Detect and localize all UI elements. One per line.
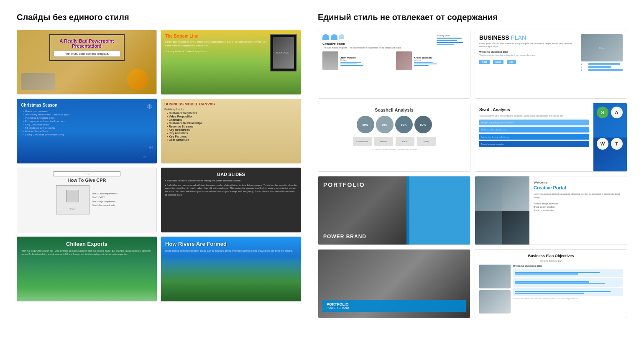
portfolio2-title: PORTFOLIO xyxy=(327,302,462,306)
bad-slides-item: Bad slides use fonts that are so tiny, m… xyxy=(165,179,297,183)
swot-t: T xyxy=(611,138,623,150)
bad-slides-item: Bad slides are over-crowded with text. A… xyxy=(165,184,297,197)
christmas-item: Opening of presents xyxy=(21,110,153,112)
slide-swot[interactable]: Swot : Analysis The slide shows what the… xyxy=(475,103,627,172)
bmc-item: Channels xyxy=(164,118,298,121)
bmc-item: Value Proposition xyxy=(164,115,298,118)
working-skills-label: Working Skills xyxy=(437,34,466,37)
pro-slides-grid: Creative Team The team makes it happen. … xyxy=(318,30,627,318)
bad-slides-grid: A Really Bad Powerpoint Presentation! Fi… xyxy=(17,30,301,301)
christmas-item: Decorating houses with Christmas lights xyxy=(21,113,153,116)
slide-fortune[interactable]: The Bottom Line Lorem ipsum dolor sit am… xyxy=(161,30,301,94)
slide-christmas[interactable]: Christmas Season Opening of presents Dec… xyxy=(17,99,157,163)
fortune-title: The Bottom Line xyxy=(165,34,266,38)
christmas-item: Sing Christmas carols xyxy=(21,123,153,126)
swot-a: A xyxy=(611,107,623,118)
business-plan-title: BUSINESS PLAN xyxy=(479,34,578,41)
portfolio1-title: PORTFOLIO xyxy=(323,181,465,188)
creative-team-title: Creative Team xyxy=(322,42,401,46)
sa-circle-1: 50% xyxy=(357,116,374,133)
christmas-item: Wait for Santa Claus xyxy=(21,130,153,133)
bpo-title: Business Plan Objectives xyxy=(479,254,623,258)
fortune-starring: Starring Ashton Kutcher & Amy Smart xyxy=(165,50,266,53)
slide-bmc[interactable]: BUSINESS MODEL CANVAS Building Blocks Cu… xyxy=(161,99,301,163)
sa-label-3: Picture xyxy=(396,137,414,146)
portfolio1-brand: POWER BRAND xyxy=(323,234,465,240)
sa-label-2: Research xyxy=(374,137,393,146)
slide-cpr[interactable]: △ △ △ How To Give CPR Diagram Step 1: Ch… xyxy=(17,168,157,232)
slide-chilean-exports[interactable]: Chilean Exports Fresh fruit leads Chile'… xyxy=(17,237,157,301)
rivers-title: How Rivers Are Formed xyxy=(165,241,297,247)
bmc-subtitle: Building Blocks xyxy=(164,108,298,111)
slide-creative-team[interactable]: Creative Team The team makes it happen. … xyxy=(318,30,470,99)
bad-ppt-title: A Really Bad Powerpoint Presentation! xyxy=(54,38,120,48)
slide-business-plan[interactable]: BUSINESS PLAN Lorem ipsum dolor sit amet… xyxy=(475,30,627,99)
fortune-text: Lorem ipsum dolor sit amet, consectetur … xyxy=(165,40,266,48)
bmc-item: Key Resources xyxy=(164,128,298,131)
business-plan-subtitle: Welcome Business plan xyxy=(479,51,578,53)
slide-seashell[interactable]: Seashell Analysis 50% 50% 50% 50% Commun… xyxy=(318,103,470,172)
slide-bpo[interactable]: Business Plan Objectives Welcome Busines… xyxy=(475,249,627,318)
slide-bad-ppt[interactable]: A Really Bad Powerpoint Presentation! Fi… xyxy=(17,30,157,94)
slide-rivers[interactable]: How Rivers Are Formed Rivers begin at th… xyxy=(161,237,301,301)
bmc-item: Key Activities xyxy=(164,132,298,135)
cpr-diagram-box: Diagram xyxy=(56,185,89,214)
bmc-item: Revenue Streams xyxy=(164,125,298,128)
swot-title: Swot : Analysis xyxy=(479,107,589,112)
right-section-title: Единый стиль не отвлекает от содержания xyxy=(318,13,627,22)
bad-ppt-subtitle: First of all, don't use this template. xyxy=(54,51,120,57)
portfolio2-brand: POWER BRAND xyxy=(327,306,462,309)
cpr-title: How To Give CPR xyxy=(67,178,106,183)
bmc-item: Cost Structure xyxy=(164,138,298,141)
bmc-item: Key Partners xyxy=(164,135,298,138)
christmas-title: Christmas Season xyxy=(21,103,153,107)
creative-portal-welcome: Welcome xyxy=(534,181,623,184)
sa-circle-3: 50% xyxy=(395,116,413,133)
bmc-item: Customer Relationships xyxy=(164,122,298,125)
bmc-item: Customer Segments xyxy=(164,112,298,115)
christmas-item: Putting up Christmas trees xyxy=(21,117,153,119)
slide-portfolio1[interactable]: PORTFOLIO POWER BRAND xyxy=(318,176,470,245)
creative-portal-subtitle: Creative Portal xyxy=(534,185,623,190)
christmas-item: Eating Christmas dinner with family xyxy=(21,133,153,136)
sa-label-1: Communication xyxy=(353,137,372,146)
christmas-item: Putting up wreaths on the front door xyxy=(21,120,153,122)
bmc-title: BUSINESS MODEL CANVAS xyxy=(164,102,298,106)
slide-bad-slides[interactable]: BAD SLIDES Bad slides use fonts that are… xyxy=(161,168,301,232)
swot-w: W xyxy=(597,138,608,150)
chilean-exports-text: Fresh fruit leads Chile's export mix - C… xyxy=(21,250,153,256)
sa-circle-4: 50% xyxy=(414,116,432,133)
rivers-text: Rivers begin at their source in higher g… xyxy=(165,250,297,253)
left-section-title: Слайды без единого стиля xyxy=(17,13,301,22)
slide-creative-portal[interactable]: Welcome Creative Portal Lorem ipsum dolo… xyxy=(475,176,627,245)
bad-slides-title: BAD SLIDES xyxy=(165,172,297,177)
seashell-title: Seashell Analysis xyxy=(375,107,414,112)
sa-label-4: Quality xyxy=(417,137,436,146)
swot-s: S xyxy=(597,107,608,118)
bpo-subtitle: Welcome Business plan xyxy=(479,260,623,262)
slide-portfolio2[interactable]: PORTFOLIO POWER BRAND xyxy=(318,249,470,318)
christmas-item: Fill stockings with presents xyxy=(21,127,153,129)
chilean-exports-title: Chilean Exports xyxy=(21,241,153,247)
sa-circle-2: 50% xyxy=(376,116,394,133)
